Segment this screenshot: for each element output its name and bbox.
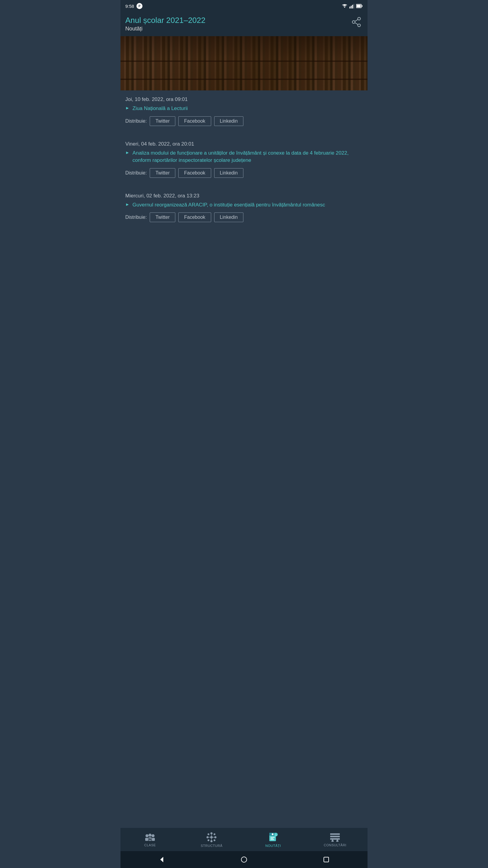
- time-display: 9:58: [125, 4, 134, 9]
- battery-icon: [356, 4, 363, 8]
- svg-rect-49: [336, 841, 338, 842]
- news-item: Vineri, 04 feb. 2022, ora 20:01 ► Analiz…: [125, 141, 363, 184]
- back-button[interactable]: [158, 856, 165, 863]
- home-icon: [241, 857, 247, 863]
- news-title-row: ► Guvernul reorganizează ARACIP, o insti…: [125, 201, 363, 209]
- back-icon: [158, 856, 165, 863]
- svg-rect-3: [352, 5, 353, 8]
- header-subtitle: Noutăți: [125, 26, 205, 32]
- news-date: Miercuri, 02 feb. 2022, ora 13:23: [125, 193, 363, 199]
- wifi-icon: [341, 4, 348, 8]
- news-title-row: ► Analiza modului de funcționare a unită…: [125, 150, 363, 164]
- system-nav: [121, 851, 367, 868]
- signal-icon: [350, 4, 354, 8]
- svg-point-51: [241, 857, 247, 862]
- bottom-nav: CLASE STRUCTURĂ: [121, 828, 367, 851]
- noutati-icon: i: [268, 832, 278, 842]
- nav-label-structura: STRUCTURĂ: [201, 844, 222, 847]
- recents-icon: [323, 857, 329, 863]
- svg-rect-52: [324, 857, 329, 862]
- pocket-icon: P: [136, 3, 142, 9]
- distribuie-label: Distribuie:: [125, 215, 147, 220]
- news-title-link[interactable]: Analiza modului de funcționare a unități…: [133, 150, 363, 164]
- svg-point-24: [215, 836, 217, 838]
- svg-point-37: [272, 833, 273, 835]
- consultari-icon: [330, 833, 340, 842]
- news-item: Joi, 10 feb. 2022, ora 09:01 ► Ziua Nați…: [125, 96, 363, 132]
- svg-rect-40: [270, 839, 274, 840]
- svg-rect-44: [330, 836, 340, 837]
- svg-point-30: [207, 833, 209, 835]
- linkedin-share-button[interactable]: Linkedin: [214, 168, 244, 178]
- nav-item-noutati[interactable]: i NOUTĂȚI: [261, 831, 285, 849]
- distribuie-label: Distribuie:: [125, 119, 147, 124]
- svg-rect-1: [350, 7, 350, 8]
- svg-rect-38: [270, 837, 275, 838]
- svg-point-25: [210, 840, 213, 842]
- news-title-link[interactable]: Ziua Națională a Lecturii: [133, 105, 188, 112]
- svg-rect-48: [331, 841, 334, 842]
- nav-label-consultari: CONSULTĂRI: [324, 843, 347, 847]
- distribuie-row: Distribuie: Twitter Facebook Linkedin: [125, 116, 363, 126]
- facebook-share-button[interactable]: Facebook: [178, 213, 211, 222]
- svg-rect-18: [152, 838, 155, 841]
- svg-point-10: [358, 24, 361, 27]
- news-item: Miercuri, 02 feb. 2022, ora 13:23 ► Guve…: [125, 193, 363, 228]
- status-bar-right: [341, 4, 363, 8]
- nav-item-clase[interactable]: CLASE: [138, 832, 162, 848]
- facebook-share-button[interactable]: Facebook: [178, 168, 211, 178]
- clase-icon: [144, 833, 156, 842]
- news-arrow-icon: ►: [125, 202, 130, 207]
- linkedin-share-button[interactable]: Linkedin: [214, 116, 244, 126]
- svg-rect-2: [351, 6, 352, 8]
- svg-rect-21: [151, 839, 151, 840]
- svg-point-26: [207, 836, 209, 838]
- svg-rect-43: [330, 833, 340, 835]
- twitter-share-button[interactable]: Twitter: [150, 168, 175, 178]
- svg-marker-50: [160, 857, 163, 862]
- svg-rect-39: [270, 838, 273, 839]
- svg-point-13: [145, 834, 149, 837]
- nav-item-consultari[interactable]: CONSULTĂRI: [320, 832, 350, 848]
- distribuie-row: Distribuie: Twitter Facebook Linkedin: [125, 213, 363, 222]
- shelf-line-1: [121, 61, 367, 62]
- nav-label-noutati: NOUTĂȚI: [265, 844, 281, 847]
- status-bar: 9:58 P: [121, 0, 367, 12]
- news-title-link[interactable]: Guvernul reorganizează ARACIP, o institu…: [133, 201, 325, 209]
- svg-point-28: [214, 839, 216, 841]
- svg-point-23: [210, 832, 213, 835]
- news-date: Joi, 10 feb. 2022, ora 09:01: [125, 96, 363, 102]
- nav-label-clase: CLASE: [144, 843, 156, 847]
- shelf-line-2: [121, 79, 367, 80]
- distribuie-row: Distribuie: Twitter Facebook Linkedin: [125, 168, 363, 178]
- svg-rect-6: [362, 5, 363, 7]
- app-header: Anul școlar 2021–2022 Noutăți: [121, 12, 367, 36]
- twitter-share-button[interactable]: Twitter: [150, 213, 175, 222]
- nav-item-structura[interactable]: STRUCTURĂ: [197, 831, 226, 849]
- structura-icon: [206, 832, 217, 842]
- share-button[interactable]: [350, 16, 363, 28]
- header-text: Anul școlar 2021–2022 Noutăți: [125, 16, 205, 32]
- svg-point-8: [358, 18, 361, 20]
- svg-line-12: [355, 23, 358, 25]
- recents-button[interactable]: [323, 856, 330, 863]
- svg-line-11: [355, 20, 358, 22]
- svg-rect-7: [357, 5, 361, 7]
- svg-rect-20: [150, 838, 150, 840]
- svg-text:i: i: [275, 834, 276, 836]
- news-date: Vineri, 04 feb. 2022, ora 20:01: [125, 141, 363, 147]
- linkedin-share-button[interactable]: Linkedin: [214, 213, 244, 222]
- svg-rect-16: [145, 838, 148, 841]
- svg-point-15: [152, 834, 155, 837]
- news-arrow-icon: ►: [125, 150, 130, 155]
- svg-rect-4: [354, 4, 355, 8]
- svg-marker-0: [344, 7, 346, 8]
- svg-point-14: [149, 834, 152, 837]
- twitter-share-button[interactable]: Twitter: [150, 116, 175, 126]
- status-bar-left: 9:58 P: [125, 3, 142, 9]
- news-title-row: ► Ziua Națională a Lecturii: [125, 105, 363, 112]
- facebook-share-button[interactable]: Facebook: [178, 116, 211, 126]
- distribuie-label: Distribuie:: [125, 170, 147, 176]
- home-button[interactable]: [240, 856, 248, 863]
- content-area: Joi, 10 feb. 2022, ora 09:01 ► Ziua Nați…: [121, 90, 367, 828]
